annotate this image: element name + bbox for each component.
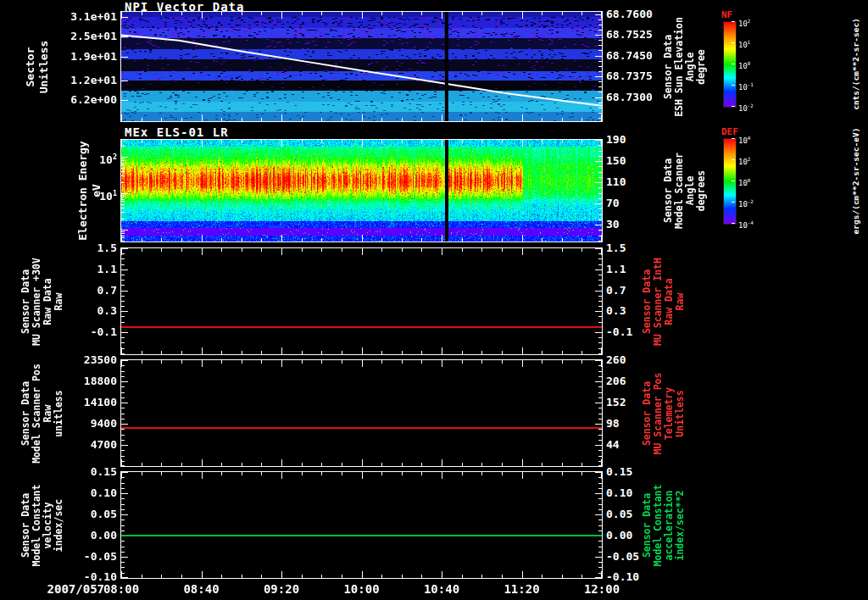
axis-tick-mark bbox=[481, 248, 482, 252]
panel-mu-scanner-30v-right-axis-label-line: Raw bbox=[675, 238, 686, 365]
axis-tick-mark bbox=[481, 12, 482, 15]
axis-tick-mark bbox=[381, 351, 382, 354]
x-tick-label: 11:20 bbox=[497, 582, 548, 596]
panel-npi-left-axis-label-line: Unitless bbox=[37, 3, 51, 131]
axis-tick-mark bbox=[121, 376, 125, 377]
axis-tick-mark bbox=[522, 360, 523, 367]
axis-tick-mark bbox=[221, 248, 222, 252]
colorbar-tick-label: 102 bbox=[738, 155, 750, 166]
axis-tick-mark bbox=[598, 562, 602, 563]
axis-tick-mark bbox=[202, 12, 203, 19]
axis-tick-mark bbox=[462, 351, 463, 354]
axis-tick-mark bbox=[421, 360, 422, 364]
panel-npi-right-axis-label-line: degree bbox=[696, 3, 707, 131]
axis-tick-mark bbox=[281, 235, 282, 242]
panel-model-constant-velocity-left-axis-label-line: index/sec bbox=[53, 462, 64, 589]
axis-tick-mark bbox=[598, 376, 602, 377]
axis-tick-mark bbox=[562, 360, 563, 364]
axis-tick-mark bbox=[732, 21, 735, 22]
axis-tick-mark bbox=[121, 296, 125, 297]
axis-tick-mark bbox=[202, 472, 203, 479]
axis-tick-mark bbox=[302, 472, 303, 475]
axis-tick-mark bbox=[121, 57, 128, 58]
axis-tick-mark bbox=[181, 238, 182, 242]
axis-tick-mark bbox=[601, 472, 602, 479]
axis-tick-mark bbox=[121, 212, 125, 213]
axis-tick-mark bbox=[598, 285, 602, 286]
axis-tick-mark bbox=[598, 498, 602, 499]
axis-tick-mark bbox=[261, 360, 262, 364]
axis-tick-mark bbox=[598, 509, 602, 510]
axis-tick-mark bbox=[481, 575, 482, 578]
axis-tick-mark bbox=[562, 472, 563, 475]
axis-tick-mark bbox=[121, 195, 125, 196]
y-tick-label: 6.2e+00 bbox=[51, 93, 117, 107]
axis-tick-mark bbox=[261, 118, 262, 121]
axis-tick-mark bbox=[242, 351, 242, 354]
axis-tick-mark bbox=[181, 248, 182, 252]
axis-tick-mark bbox=[595, 225, 602, 225]
axis-tick-mark bbox=[502, 360, 503, 364]
axis-tick-mark bbox=[732, 202, 735, 203]
axis-tick-mark bbox=[502, 351, 503, 354]
axis-tick-mark bbox=[362, 140, 363, 147]
axis-tick-mark bbox=[161, 463, 162, 466]
axis-tick-mark bbox=[121, 567, 125, 568]
model-scanner-pos-data-line bbox=[121, 427, 602, 429]
axis-tick-mark bbox=[595, 35, 602, 36]
axis-tick-mark bbox=[321, 472, 322, 475]
axis-tick-mark bbox=[121, 230, 128, 231]
axis-tick-mark bbox=[421, 575, 422, 578]
axis-tick-mark bbox=[202, 347, 203, 354]
axis-tick-mark bbox=[181, 118, 182, 121]
axis-tick-mark bbox=[502, 238, 503, 242]
axis-tick-mark bbox=[462, 463, 463, 466]
axis-tick-mark bbox=[342, 472, 342, 475]
axis-tick-mark bbox=[121, 424, 128, 425]
axis-tick-mark bbox=[442, 472, 442, 479]
axis-tick-mark bbox=[181, 575, 182, 578]
axis-tick-mark bbox=[121, 17, 128, 18]
axis-tick-mark bbox=[121, 231, 125, 232]
axis-tick-mark bbox=[362, 235, 363, 242]
axis-tick-mark bbox=[601, 571, 602, 578]
axis-tick-mark bbox=[598, 177, 602, 178]
axis-tick-mark bbox=[261, 575, 262, 578]
axis-tick-mark bbox=[601, 114, 602, 121]
panel-model-constant-velocity-left-axis-label: Sensor DataModel Constantvelocityindex/s… bbox=[20, 462, 64, 589]
axis-tick-mark bbox=[221, 238, 222, 242]
axis-tick-mark bbox=[221, 12, 222, 15]
axis-tick-mark bbox=[121, 371, 125, 372]
axis-tick-mark bbox=[362, 114, 363, 121]
axis-tick-mark bbox=[221, 351, 222, 354]
axis-tick-mark bbox=[121, 258, 125, 259]
axis-tick-mark bbox=[381, 140, 382, 143]
axis-tick-mark bbox=[598, 408, 602, 408]
axis-tick-mark bbox=[481, 463, 482, 466]
axis-tick-mark bbox=[522, 248, 523, 255]
axis-tick-mark bbox=[121, 275, 125, 275]
panel-model-constant-velocity-right-axis-label: Sensor DataModel Constantaccelerationind… bbox=[642, 462, 686, 589]
axis-tick-mark bbox=[342, 575, 342, 578]
axis-tick-mark bbox=[121, 514, 128, 515]
panel-model-scanner-pos-right-axis-label-line: Unitless bbox=[675, 350, 686, 477]
axis-tick-mark bbox=[321, 238, 322, 242]
axis-tick-mark bbox=[161, 351, 162, 354]
axis-tick-mark bbox=[598, 214, 602, 215]
axis-tick-mark bbox=[161, 12, 162, 15]
axis-tick-mark bbox=[595, 445, 602, 446]
axis-tick-mark bbox=[421, 238, 422, 242]
axis-tick-mark bbox=[121, 483, 125, 484]
axis-tick-mark bbox=[121, 233, 125, 234]
axis-tick-mark bbox=[598, 92, 602, 92]
axis-tick-mark bbox=[381, 118, 382, 121]
axis-tick-mark bbox=[581, 472, 582, 475]
axis-tick-mark bbox=[481, 472, 482, 475]
axis-tick-mark bbox=[142, 248, 142, 252]
colorbar-unit-els-line: ergs/(cm**2-sr-sec-eV) bbox=[851, 108, 860, 253]
axis-tick-mark bbox=[121, 347, 122, 354]
axis-tick-mark bbox=[121, 285, 125, 286]
axis-tick-mark bbox=[502, 140, 503, 143]
axis-tick-mark bbox=[598, 429, 602, 430]
axis-tick-mark bbox=[121, 160, 125, 161]
